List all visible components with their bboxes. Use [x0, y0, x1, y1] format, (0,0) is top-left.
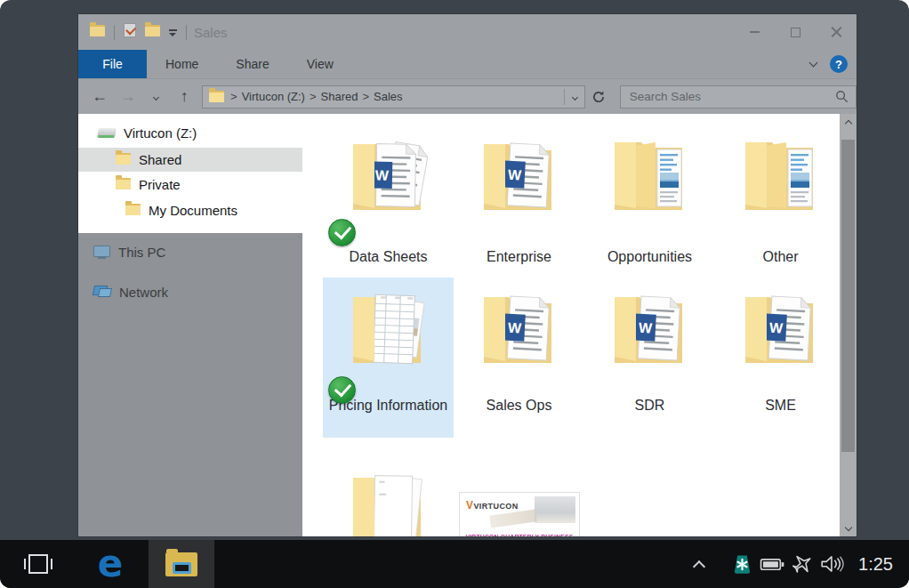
chevron-down-icon	[844, 523, 851, 530]
breadcrumb-separator: >	[230, 90, 237, 103]
tab-file[interactable]: File	[78, 50, 147, 78]
refresh-icon	[591, 90, 606, 104]
task-view-button[interactable]	[21, 552, 55, 576]
qat-properties-button[interactable]	[124, 23, 136, 41]
airplane-mode-button[interactable]	[787, 546, 817, 582]
taskbar-clock[interactable]: 1:25	[858, 554, 893, 575]
document-thumbnail: VVIRTUCONVIRTUCON QUARTERLY BUSINESS REV…	[459, 492, 580, 536]
file-item-label: Opportunities	[586, 247, 713, 268]
chevron-up-icon	[844, 119, 851, 126]
navigation-bar: ← → ↑ >Virtucon (Z:)>Shared>Sales	[78, 78, 857, 114]
file-item-label: SDR	[586, 396, 713, 416]
thumbnail-logo-text: VIRTUCON	[473, 502, 518, 511]
forward-button[interactable]: →	[114, 87, 142, 106]
search-input[interactable]	[628, 89, 835, 104]
sidebar-item-label: Shared	[139, 152, 181, 167]
back-button[interactable]: ←	[85, 87, 114, 106]
file-item-enterprise[interactable]: WEnterprise	[454, 125, 584, 276]
sidebar-item-label: This PC	[118, 245, 165, 260]
file-item-opportunities[interactable]: Opportunities	[584, 125, 715, 276]
svg-text:W: W	[507, 320, 522, 336]
tab-view[interactable]: View	[288, 50, 352, 78]
sidebar-item-network[interactable]: Network	[78, 280, 302, 304]
up-button[interactable]: ↑	[170, 87, 198, 106]
system-tray	[684, 546, 848, 582]
minimize-button[interactable]	[734, 14, 775, 50]
recent-locations-chevron-icon[interactable]	[142, 87, 171, 106]
qat-qat-dropdown-button[interactable]	[169, 24, 177, 40]
address-bar[interactable]: >Virtucon (Z:)>Shared>Sales	[202, 85, 585, 109]
folder-word-stack-icon: W	[342, 130, 435, 222]
task-view-icon	[28, 554, 48, 574]
file-item-other[interactable]: Other	[715, 125, 846, 276]
sidebar-item-virtucon-z-[interactable]: Virtucon (Z:)	[78, 121, 302, 145]
sidebar-item-label: Private	[139, 177, 181, 192]
battery-icon	[760, 552, 785, 576]
breadcrumb-segment[interactable]: Sales	[374, 90, 403, 103]
tab-share[interactable]: Share	[217, 50, 287, 78]
scrollbar-thumb[interactable]	[841, 140, 855, 452]
window-title: Sales	[194, 25, 228, 40]
file-item-label: Data Sheets	[325, 247, 452, 268]
vertical-scrollbar[interactable]	[840, 114, 857, 536]
file-item-label: SME	[717, 396, 844, 416]
qat-folder-button[interactable]	[90, 24, 105, 40]
scroll-up-button[interactable]	[840, 114, 857, 129]
edge-icon: e	[98, 546, 124, 582]
help-button[interactable]: ?	[830, 55, 848, 73]
file-item-folder-plain[interactable]	[323, 458, 454, 536]
hidden-icons-chevron-icon	[693, 560, 705, 572]
folder-icon	[90, 25, 105, 36]
search-box	[620, 85, 857, 109]
edge-browser-button[interactable]: e	[93, 546, 128, 582]
file-item-pricing-information[interactable]: Pricing Information	[323, 278, 454, 438]
file-explorer-window: Sales FileHomeShareView ? ← → ↑ >Virtuco…	[78, 14, 857, 536]
sidebar-item-this-pc[interactable]: This PC	[78, 240, 302, 264]
this-pc-icon	[93, 245, 110, 260]
file-item-sales-ops[interactable]: WSales Ops	[454, 278, 584, 438]
folder-sheet-icon	[342, 283, 435, 375]
tab-home[interactable]: Home	[147, 50, 217, 78]
minimize-icon	[750, 31, 760, 33]
folder-word-icon: W	[735, 283, 827, 375]
collapse-ribbon-chevron-icon[interactable]	[809, 58, 818, 67]
separator	[114, 25, 115, 40]
network-icon	[93, 285, 111, 300]
refresh-button[interactable]	[585, 90, 612, 104]
qat-dropdown-icon	[169, 29, 177, 36]
file-item-data-sheets[interactable]: WData Sheets	[323, 125, 454, 276]
sidebar-item-shared[interactable]: Shared	[78, 148, 302, 172]
ribbon-right-controls: ?	[810, 50, 848, 78]
file-explorer-taskbar-button[interactable]	[149, 540, 214, 588]
sidebar-item-label: Virtucon (Z:)	[124, 125, 197, 141]
sidebar-item-private[interactable]: Private	[78, 173, 302, 197]
window-controls	[734, 14, 857, 50]
sidebar-item-my-documents[interactable]: My Documents	[78, 198, 302, 222]
sidebar-item-label: Network	[119, 285, 168, 300]
maximize-button[interactable]	[775, 14, 816, 50]
close-button[interactable]	[816, 14, 857, 50]
vpn-icon	[730, 552, 754, 576]
scroll-down-button[interactable]	[840, 521, 857, 536]
file-item-sdr[interactable]: WSDR	[584, 278, 715, 438]
properties-icon	[124, 23, 136, 37]
breadcrumb-segment[interactable]: Shared	[321, 90, 358, 103]
thumbnail-city-image	[535, 496, 575, 523]
breadcrumb-segment[interactable]: Virtucon (Z:)	[242, 90, 305, 103]
separator	[564, 89, 565, 105]
volume-button[interactable]	[817, 546, 848, 582]
battery-button[interactable]	[757, 546, 787, 582]
svg-text:W: W	[638, 320, 653, 336]
new-folder-icon	[145, 25, 160, 36]
navigation-pane: Virtucon (Z:)SharedPrivateMy DocumentsTh…	[78, 114, 302, 536]
file-item-thumbnail[interactable]: VVIRTUCONVIRTUCON QUARTERLY BUSINESS REV…	[454, 458, 584, 536]
address-dropdown-chevron-icon[interactable]	[569, 89, 581, 105]
file-item-sme[interactable]: WSME	[715, 278, 846, 438]
breadcrumb: >Virtucon (Z:)>Shared>Sales	[230, 90, 559, 103]
network-drive-icon	[98, 125, 116, 141]
qat-new-folder-button[interactable]	[145, 24, 160, 40]
file-explorer-icon	[165, 552, 197, 576]
file-item-label: Other	[717, 247, 844, 268]
vpn-button[interactable]	[727, 546, 757, 582]
hiddens-chevron-icon-button[interactable]	[684, 546, 714, 582]
